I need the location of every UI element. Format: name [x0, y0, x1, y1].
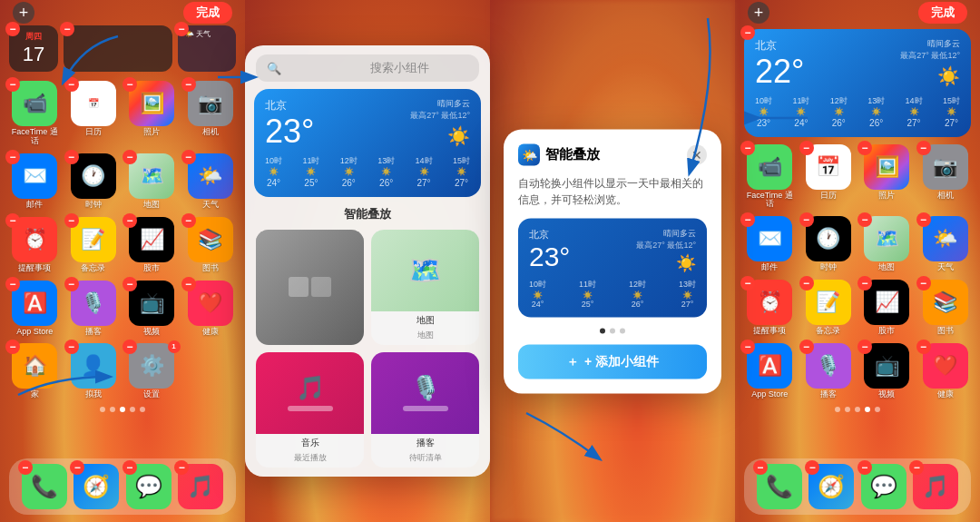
add-widget-button-1[interactable]: +: [13, 2, 34, 24]
dock-safari[interactable]: − 🧭: [74, 464, 119, 509]
app-calendar-4[interactable]: − 📅 日历: [803, 144, 855, 210]
rb-bk4[interactable]: −: [916, 276, 931, 291]
rb-wth4[interactable]: −: [916, 212, 931, 227]
widget-option-music[interactable]: 🎵 音乐 最近播放: [256, 352, 364, 468]
remove-badge-nt[interactable]: −: [64, 213, 79, 228]
app-podcasts-4[interactable]: − 🎙️ 播客: [803, 343, 855, 399]
app-clock-4[interactable]: − 🕐 时钟: [803, 216, 855, 272]
rb-dph4[interactable]: −: [753, 460, 768, 475]
remove-badge-as[interactable]: −: [5, 277, 20, 291]
rb-hl4[interactable]: −: [916, 340, 931, 354]
app-books-4[interactable]: − 📚 图书: [920, 280, 972, 336]
rb-dmu4[interactable]: −: [909, 460, 924, 475]
app-mail[interactable]: − ✉️ 邮件: [9, 153, 61, 210]
app-stocks-4[interactable]: − 📈 股市: [861, 280, 913, 336]
dock-music-4[interactable]: − 🎵: [913, 464, 958, 509]
app-weather-4[interactable]: − 🌤️ 天气: [920, 216, 972, 272]
app-reminder[interactable]: − ⏰ 提醒事项: [9, 217, 61, 273]
remove-badge-wth[interactable]: −: [181, 150, 196, 164]
rb-clk4[interactable]: −: [799, 212, 814, 227]
remove-badge[interactable]: −: [5, 22, 20, 36]
remove-badge-dms[interactable]: −: [122, 460, 137, 475]
app-reminder-4[interactable]: − ⏰ 提醒事项: [744, 280, 796, 336]
rb-ft4[interactable]: −: [740, 141, 755, 155]
remove-badge-dph[interactable]: −: [18, 460, 33, 475]
app-camera-4[interactable]: − 📷 相机: [920, 144, 972, 210]
rb-nt4[interactable]: −: [799, 276, 814, 291]
remove-badge-ft[interactable]: −: [5, 77, 20, 92]
app-podcasts[interactable]: − 🎙️ 播客: [68, 281, 120, 337]
dock-music[interactable]: − 🎵: [178, 464, 223, 509]
rb-ph4[interactable]: −: [858, 141, 872, 155]
dock-phone[interactable]: − 📞: [22, 464, 67, 509]
top-bar-4: + 完成: [735, 0, 980, 25]
app-stocks[interactable]: − 📈 股市: [126, 217, 178, 273]
rb-cal4[interactable]: −: [799, 141, 814, 155]
app-notes-4[interactable]: − 📝 备忘录: [803, 280, 855, 336]
remove-badge-ww4[interactable]: −: [740, 25, 755, 40]
rb-dsf4[interactable]: −: [805, 460, 819, 475]
remove-badge-tv[interactable]: −: [122, 277, 137, 291]
photos-label: 照片: [143, 128, 160, 137]
remove-badge-ph[interactable]: −: [122, 77, 137, 92]
app-calendar[interactable]: − 📅 日历: [68, 81, 120, 146]
app-camera[interactable]: − 📷 相机: [185, 81, 237, 146]
app-facetime-4[interactable]: − 📹 FaceTime 通话: [744, 144, 796, 210]
complete-button-1[interactable]: 完成: [183, 2, 232, 24]
widget-option-podcasts[interactable]: 🎙️ 播客 待听清单: [371, 352, 479, 468]
app-appstore[interactable]: − 🅰️ App Store: [9, 281, 61, 337]
remove-badge-rm[interactable]: −: [5, 213, 20, 228]
app-avatar[interactable]: − 👤 拟我: [68, 343, 120, 399]
ow-maxmin: 最高27° 最低12°: [636, 239, 696, 251]
remove-badge-2[interactable]: −: [60, 22, 74, 36]
app-weather[interactable]: − 🌤️ 天气: [185, 153, 237, 210]
app-maps-4[interactable]: − 🗺️ 地图: [861, 216, 913, 272]
app-photos-4[interactable]: − 🖼️ 照片: [861, 144, 913, 210]
app-tv-4[interactable]: − 📺 视频: [861, 343, 913, 399]
app-notes[interactable]: − 📝 备忘录: [68, 217, 120, 273]
remove-badge-dsf[interactable]: −: [70, 460, 84, 475]
app-settings[interactable]: − ⚙️ 1 设置: [126, 343, 178, 399]
dock-phone-4[interactable]: − 📞: [757, 464, 802, 509]
remove-badge-3[interactable]: −: [174, 22, 189, 36]
complete-button-4[interactable]: 完成: [918, 2, 967, 24]
remove-badge-cal[interactable]: −: [64, 77, 79, 92]
remove-badge-clk[interactable]: −: [64, 150, 79, 164]
rb-cam4[interactable]: −: [916, 141, 931, 155]
rb-pc4[interactable]: −: [799, 340, 814, 354]
home-label: 家: [31, 390, 39, 399]
app-appstore-4[interactable]: − 🅰️ App Store: [744, 343, 796, 399]
remove-badge-hl[interactable]: −: [181, 277, 196, 291]
app-photos[interactable]: − 🖼️ 照片: [126, 81, 178, 146]
remove-badge-mp[interactable]: −: [122, 150, 137, 164]
remove-badge-ml[interactable]: −: [5, 150, 20, 164]
dock-safari-4[interactable]: − 🧭: [808, 464, 854, 509]
weather-label: 天气: [202, 201, 219, 210]
dock-messages[interactable]: − 💬: [126, 464, 172, 509]
remove-badge-cam[interactable]: −: [181, 77, 196, 92]
app-home[interactable]: − 🏠 家: [9, 343, 61, 399]
clock-label: 时钟: [85, 201, 102, 210]
widget-option-maps[interactable]: 🗺️ 地图 地图: [371, 230, 479, 345]
remove-badge-st[interactable]: −: [122, 213, 137, 228]
remove-badge-bk[interactable]: −: [181, 213, 196, 228]
remove-badge-av[interactable]: −: [64, 340, 79, 354]
app-books[interactable]: − 📚 图书: [185, 217, 237, 273]
app-clock[interactable]: − 🕐 时钟: [68, 153, 120, 210]
remove-badge-dmu[interactable]: −: [174, 460, 189, 475]
search-bar[interactable]: 🔍 搜索小组件: [256, 54, 479, 82]
app-mail-4[interactable]: − ✉️ 邮件: [744, 216, 796, 272]
widget-option-photos[interactable]: 照片 为你推荐: [256, 230, 364, 345]
app-facetime[interactable]: − 📹 FaceTime 通话: [9, 81, 61, 146]
app-maps[interactable]: − 🗺️ 地图: [126, 153, 178, 210]
app-health[interactable]: − ❤️ 健康: [185, 281, 237, 337]
dot-5: [140, 407, 145, 412]
app-tv[interactable]: − 📺 视频: [126, 281, 178, 337]
add-widget-button-4[interactable]: +: [748, 2, 769, 24]
close-button[interactable]: ✕: [687, 144, 707, 164]
dock-messages-4[interactable]: − 💬: [861, 464, 906, 509]
remove-badge-pc[interactable]: −: [64, 277, 79, 291]
add-widget-confirm-button[interactable]: ＋ + 添加小组件: [518, 344, 707, 379]
rb-dms4[interactable]: −: [858, 460, 872, 475]
app-health-4[interactable]: − ❤️ 健康: [920, 343, 972, 399]
